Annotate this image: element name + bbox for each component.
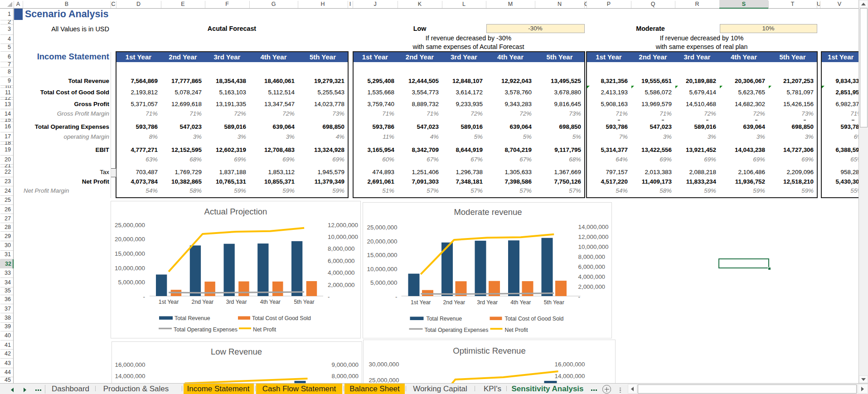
svg-text:10,000,000: 10,000,000 [328,233,358,240]
svg-text:25,000,000: 25,000,000 [369,377,399,384]
svg-text:3rd Year: 3rd Year [477,299,498,306]
svg-text:16,000,000: 16,000,000 [115,361,145,368]
svg-text:5,000,000: 5,000,000 [118,279,145,286]
svg-text:6,000,000: 6,000,000 [328,257,355,264]
svg-text:Total Revenue: Total Revenue [426,315,462,321]
svg-text:Optimistic Revenue: Optimistic Revenue [453,346,525,355]
svg-text:1st Year: 1st Year [159,299,179,305]
svg-text:4th Year: 4th Year [510,299,531,306]
svg-text:2,000,000: 2,000,000 [578,283,605,290]
svg-text:9,000,000: 9,000,000 [331,361,359,368]
svg-text:8,000,000: 8,000,000 [331,373,359,379]
svg-text:5th Year: 5th Year [294,299,315,305]
svg-text:15,000,000: 15,000,000 [367,252,397,258]
svg-text:10,000,000: 10,000,000 [578,243,608,250]
svg-text:Net Profit: Net Profit [504,326,528,333]
svg-text:2,000,000: 2,000,000 [328,281,355,288]
svg-text:8,000,000: 8,000,000 [578,253,605,260]
svg-text:-: - [395,293,397,300]
svg-text:25,000,000: 25,000,000 [367,224,397,231]
svg-text:2nd Year: 2nd Year [192,299,214,305]
svg-text:12,000,000: 12,000,000 [328,221,358,228]
svg-text:10,000,000: 10,000,000 [115,264,145,271]
svg-text:15,000,000: 15,000,000 [115,250,145,257]
svg-text:Net Profit: Net Profit [253,326,276,332]
svg-text:6,000,000: 6,000,000 [578,263,605,270]
svg-text:5,000,000: 5,000,000 [370,279,397,286]
svg-text:4,000,000: 4,000,000 [578,273,605,280]
svg-text:8,000,000: 8,000,000 [328,245,355,252]
svg-text:Total Cost of Good Sold: Total Cost of Good Sold [252,315,311,321]
svg-text:Moderate revenue: Moderate revenue [454,207,522,217]
svg-text:12,000,000: 12,000,000 [578,233,608,240]
svg-text:3rd Year: 3rd Year [226,299,247,305]
svg-text:30,000,000: 30,000,000 [369,361,399,368]
svg-text:14,000,000: 14,000,000 [115,373,145,379]
svg-text:1st Year: 1st Year [410,299,430,306]
svg-text:20,000,000: 20,000,000 [115,236,145,243]
svg-text:Total Operating Expenses: Total Operating Expenses [174,326,238,332]
svg-text:-: - [143,293,145,300]
svg-text:25,000,000: 25,000,000 [115,221,145,228]
svg-text:4th Year: 4th Year [260,299,281,305]
svg-text:Total Revenue: Total Revenue [175,315,210,321]
svg-text:14,000,000: 14,000,000 [578,224,608,230]
svg-text:5th Year: 5th Year [543,299,564,306]
svg-text:20,000,000: 20,000,000 [367,238,397,244]
svg-text:-: - [328,293,330,300]
svg-text:14,000,000: 14,000,000 [554,373,585,379]
svg-text:10,000,000: 10,000,000 [367,265,397,272]
svg-text:Total Cost of Good Sold: Total Cost of Good Sold [504,315,563,321]
svg-text:Low Revenue: Low Revenue [210,347,262,356]
svg-text:4,000,000: 4,000,000 [328,269,355,276]
svg-text:16,000,000: 16,000,000 [554,361,585,368]
svg-text:2nd Year: 2nd Year [443,299,465,306]
svg-text:Actual Projection: Actual Projection [204,207,267,216]
svg-text:Total Operating Expenses: Total Operating Expenses [424,326,488,333]
svg-text:-: - [578,293,580,300]
